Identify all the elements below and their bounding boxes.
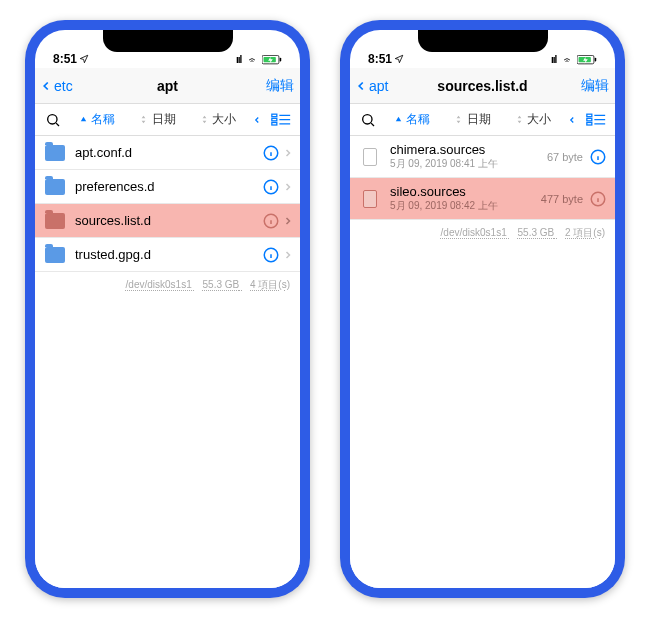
location-icon [79,54,89,64]
back-button[interactable]: etc [39,78,73,94]
list-item[interactable]: sources.list.d [35,204,300,238]
screen: 8:51 ııl apt sources.list.d 编辑 名稱 [350,30,615,588]
file-icon [363,190,377,208]
chevron-right-icon [282,249,294,261]
sort-up-icon [79,115,88,124]
battery-icon [262,55,282,65]
footer-size: 55.3 GB [518,227,555,238]
list-item[interactable]: sileo.sources 5月 09, 2019 08:42 上午 477 b… [350,178,615,220]
status-right: ııl [236,52,282,66]
toolbar-more[interactable] [250,113,264,127]
signal-icon: ııl [236,54,241,65]
sort-none-icon [515,115,524,124]
page-title: sources.list.d [350,78,615,94]
sort-size[interactable]: 大小 [190,111,246,128]
chevron-right-icon [282,215,294,227]
sort-none-icon [200,115,209,124]
item-size: 477 byte [541,193,583,205]
svg-rect-4 [272,114,277,117]
wifi-icon [245,55,259,65]
info-icon[interactable] [262,178,280,196]
list-item[interactable]: apt.conf.d [35,136,300,170]
page-title: apt [35,78,300,94]
location-icon [394,54,404,64]
toolbar: 名稱 日期 大小 [350,104,615,136]
chevron-left-icon [354,78,368,94]
sort-name-label: 名稱 [91,111,115,128]
info-icon[interactable] [262,246,280,264]
search-icon [360,112,376,128]
list-view-icon [586,113,606,127]
search-icon [45,112,61,128]
item-size: 67 byte [547,151,583,163]
item-name: chimera.sources [390,142,547,157]
svg-rect-5 [272,118,277,121]
svg-rect-17 [587,122,592,125]
signal-icon: ııl [551,54,556,65]
toolbar-more[interactable] [565,113,579,127]
chevron-left-icon [567,113,577,127]
notch [103,30,233,52]
footer-count: 2 項目(s) [565,227,605,238]
view-mode-button[interactable] [583,113,609,127]
list-item[interactable]: trusted.gpg.d [35,238,300,272]
sort-name[interactable]: 名稱 [69,111,125,128]
sort-date[interactable]: 日期 [129,111,185,128]
list-item[interactable]: preferences.d [35,170,300,204]
item-date: 5月 09, 2019 08:42 上午 [390,199,541,213]
svg-rect-6 [272,122,277,125]
item-date: 5月 09, 2019 08:41 上午 [390,157,547,171]
info-icon[interactable] [589,190,607,208]
footer-disk: /dev/disk0s1s1 [126,279,192,290]
battery-icon [577,55,597,65]
list-item[interactable]: chimera.sources 5月 09, 2019 08:41 上午 67 … [350,136,615,178]
item-name: trusted.gpg.d [75,247,262,262]
item-name: preferences.d [75,179,262,194]
search-button[interactable] [41,112,65,128]
nav-bar: apt sources.list.d 编辑 [350,68,615,104]
svg-point-14 [363,114,372,123]
sort-size-label: 大小 [212,111,236,128]
info-icon[interactable] [262,212,280,230]
sort-up-icon [394,115,403,124]
svg-rect-13 [595,58,597,62]
folder-icon [45,179,65,195]
list-view-icon [271,113,291,127]
item-name: apt.conf.d [75,145,262,160]
chevron-right-icon [282,181,294,193]
edit-button[interactable]: 编辑 [266,77,294,95]
chevron-left-icon [39,78,53,94]
search-button[interactable] [356,112,380,128]
folder-icon [45,145,65,161]
chevron-right-icon [282,147,294,159]
sort-size[interactable]: 大小 [505,111,561,128]
edit-button[interactable]: 编辑 [581,77,609,95]
item-name: sileo.sources [390,184,541,199]
view-mode-button[interactable] [268,113,294,127]
svg-point-3 [48,114,57,123]
info-icon[interactable] [262,144,280,162]
phone-right: 8:51 ııl apt sources.list.d 编辑 名稱 [340,20,625,598]
folder-icon [45,247,65,263]
back-button[interactable]: apt [354,78,388,94]
footer-stats: /dev/disk0s1s1 55.3 GB 2 項目(s) [350,220,615,246]
chevron-left-icon [252,113,262,127]
sort-size-label: 大小 [527,111,551,128]
notch [418,30,548,52]
footer-count: 4 項目(s) [250,279,290,290]
sort-date-label: 日期 [467,111,491,128]
sort-none-icon [139,115,148,124]
info-icon[interactable] [589,148,607,166]
nav-bar: etc apt 编辑 [35,68,300,104]
screen: 8:51 ııl etc apt 编辑 名稱 [35,30,300,588]
status-time: 8:51 [53,52,77,66]
footer-size: 55.3 GB [203,279,240,290]
file-list: apt.conf.d preferences.d sources.list.d … [35,136,300,588]
sort-name[interactable]: 名稱 [384,111,440,128]
sort-date[interactable]: 日期 [444,111,500,128]
svg-rect-15 [587,114,592,117]
item-name: sources.list.d [75,213,262,228]
file-icon [363,148,377,166]
footer-stats: /dev/disk0s1s1 55.3 GB 4 項目(s) [35,272,300,298]
back-label: apt [369,78,388,94]
